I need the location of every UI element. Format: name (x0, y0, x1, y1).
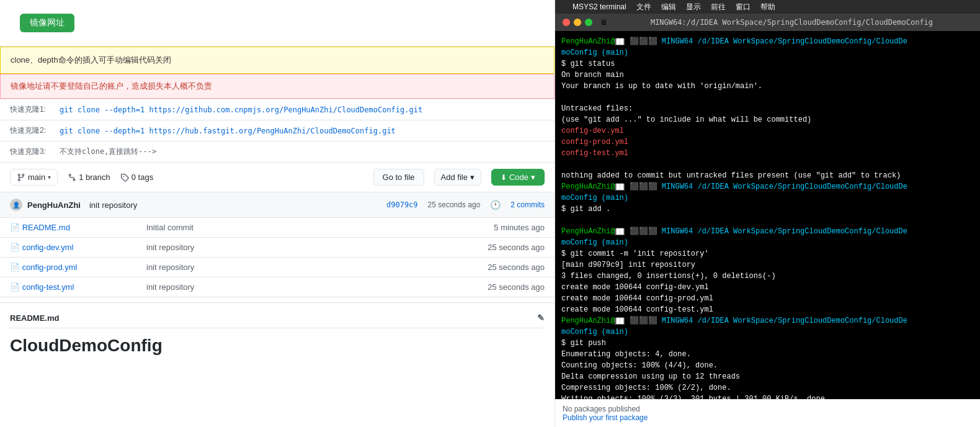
term-block: ██ (615, 228, 625, 235)
terminal-line: moConfig (main) (561, 237, 974, 248)
file-icon: 📄 (10, 282, 20, 292)
terminal-line: create mode 100644 config-dev.yml (561, 282, 974, 293)
goto-file-button[interactable]: Go to file (373, 169, 424, 186)
branch-label: main (28, 173, 45, 182)
term-path-cont: moConfig (main) (561, 238, 628, 247)
edit-icon[interactable]: ✎ (537, 313, 545, 323)
terminal-line (561, 92, 974, 103)
code-chevron-icon: ▾ (531, 173, 535, 182)
terminal-titlebar: 🖥 MINGW64:/d/IDEA WorkSpace/SpringCloudD… (555, 14, 980, 31)
branch-icon (17, 173, 25, 182)
tag-icon (120, 173, 129, 182)
terminal-content[interactable]: PengHuAnZhi@██ ⬛⬛⬛ MINGW64 /d/IDEA WorkS… (555, 31, 980, 399)
code-label: Code (509, 173, 528, 182)
terminal-title: MINGW64:/d/IDEA WorkSpace/SpringCloudDem… (611, 18, 973, 27)
term-user: PengHuAnZhi@ (561, 227, 615, 236)
menubar-display[interactable]: 显示 (686, 2, 701, 12)
file-commit-msg: init repository (136, 238, 332, 258)
terminal-line: moConfig (main) (561, 326, 974, 338)
packages-panel: No packages published Publish your first… (555, 399, 980, 427)
file-time: 25 seconds ago (332, 277, 555, 297)
term-output: Enumerating objects: 4, done. (561, 350, 691, 359)
file-time: 5 minutes ago (332, 218, 555, 238)
tag-count-link[interactable]: 0 tags (120, 173, 153, 182)
clock-icon: 🕐 (490, 200, 501, 210)
branch-selector[interactable]: main ▾ (10, 169, 58, 186)
clone-label-2: 快速克隆2: (10, 125, 60, 136)
file-name-link[interactable]: config-prod.yml (22, 263, 78, 272)
file-name-link[interactable]: config-test.yml (22, 282, 74, 292)
clone-cmd-3: 不支持clone,直接跳转---> (60, 146, 156, 157)
file-name-link[interactable]: config-dev.yml (22, 243, 74, 252)
traffic-light-maximize[interactable] (585, 19, 592, 26)
term-file-red: config-test.yml (561, 149, 628, 158)
commit-author[interactable]: PengHuAnZhi (27, 200, 81, 210)
branch-bar: main ▾ 1 branch 0 tags Go to file Add fi… (0, 163, 555, 192)
terminal-line: $ git commit -m 'init repository' (561, 248, 974, 259)
readme-title-bar: README.md ✎ (10, 313, 545, 328)
terminal-icon: 🖥 (600, 18, 607, 27)
term-cmd: $ git status (561, 60, 615, 68)
fork-icon (68, 173, 76, 182)
term-path: /d/IDEA WorkSpace/SpringCloudDemoConfig/… (697, 317, 907, 325)
term-user: PengHuAnZhi@ (561, 317, 615, 325)
terminal-line: nothing added to commit but untracked fi… (561, 170, 974, 181)
commit-row: 👤 PengHuAnZhi init repository d9079c9 25… (0, 192, 555, 218)
warning-clone-depth: clone、depth命令的插入可手动编辑代码关闭 (0, 47, 555, 74)
terminal-line: 3 files changed, 0 insertions(+), 0 dele… (561, 271, 974, 282)
code-button[interactable]: ⬇ Code ▾ (491, 169, 545, 186)
terminal-line: Your branch is up to date with 'origin/m… (561, 81, 974, 92)
readme-filename: README.md (10, 313, 59, 323)
menubar-app-name[interactable]: MSYS2 terminal (572, 2, 626, 11)
term-output: Your branch is up to date with 'origin/m… (561, 82, 762, 91)
term-cmd: $ git commit -m 'init repository' (561, 249, 709, 258)
file-commit-msg: init repository (136, 258, 332, 277)
terminal-line: Writing objects: 100% (3/3), 301 bytes |… (561, 393, 974, 399)
menubar-goto[interactable]: 前往 (711, 2, 726, 12)
term-output (561, 160, 566, 169)
term-host: ⬛⬛⬛ MINGW64 (630, 227, 693, 236)
term-output: [main d9079c9] init repository (561, 261, 695, 269)
clone-cmd-1[interactable]: git clone --depth=1 https://github.com.c… (60, 106, 422, 114)
term-host: ⬛⬛⬛ MINGW64 (630, 37, 693, 46)
traffic-light-close[interactable] (563, 19, 570, 26)
clone-row-3: 快速克隆3: 不支持clone,直接跳转---> (0, 142, 555, 163)
tag-count: 0 tags (131, 173, 153, 182)
terminal-line: create mode 100644 config-test.yml (561, 304, 974, 315)
add-file-button[interactable]: Add file ▾ (434, 169, 481, 186)
mirror-url-button[interactable]: 镜像网址 (20, 14, 74, 32)
file-icon: 📄 (10, 263, 20, 272)
terminal-line: Delta compression using up to 12 threads (561, 371, 974, 382)
table-row: 📄 config-test.yml init repository 25 sec… (0, 277, 555, 297)
terminal-line (561, 215, 974, 226)
terminal-line: (use "git add ..." to include in what wi… (561, 114, 974, 125)
menubar-edit[interactable]: 编辑 (661, 2, 676, 12)
terminal-line: moConfig (main) (561, 47, 974, 58)
term-block: ██ (615, 38, 625, 45)
clone-row-1: 快速克隆1: git clone --depth=1 https://githu… (0, 99, 555, 120)
table-row: 📄 README.md Initial commit 5 minutes ago (0, 218, 555, 238)
clone-cmd-2[interactable]: git clone --depth=1 https://hub.fastgit.… (60, 127, 396, 135)
menubar-file[interactable]: 文件 (636, 2, 651, 12)
commits-count-link[interactable]: 2 commits (510, 200, 545, 209)
term-output: nothing added to commit but untracked fi… (561, 171, 901, 180)
terminal-line: $ git status (561, 58, 974, 70)
commit-hash[interactable]: d9079c9 (386, 200, 418, 209)
term-block: ██ (615, 184, 625, 191)
publish-package-link[interactable]: Publish your first package (563, 413, 648, 422)
term-user: PengHuAnZhi@ (561, 182, 615, 191)
traffic-light-minimize[interactable] (574, 19, 581, 26)
table-row: 📄 config-dev.yml init repository 25 seco… (0, 238, 555, 258)
branch-chevron-icon: ▾ (48, 174, 51, 181)
term-output (561, 216, 566, 225)
term-cmd: $ git add . (561, 205, 610, 214)
term-host: ⬛⬛⬛ MINGW64 (630, 182, 693, 191)
readme-section: README.md ✎ CloudDemoConfig (0, 302, 555, 366)
term-output: Counting objects: 100% (4/4), done. (561, 361, 718, 370)
menubar-help[interactable]: 帮助 (760, 2, 775, 12)
file-name-link[interactable]: README.md (22, 223, 70, 232)
branch-count-link[interactable]: 1 branch (68, 173, 110, 182)
term-path-cont: moConfig (main) (561, 194, 628, 202)
menubar-window[interactable]: 窗口 (736, 2, 751, 12)
add-file-label: Add file (441, 173, 468, 182)
